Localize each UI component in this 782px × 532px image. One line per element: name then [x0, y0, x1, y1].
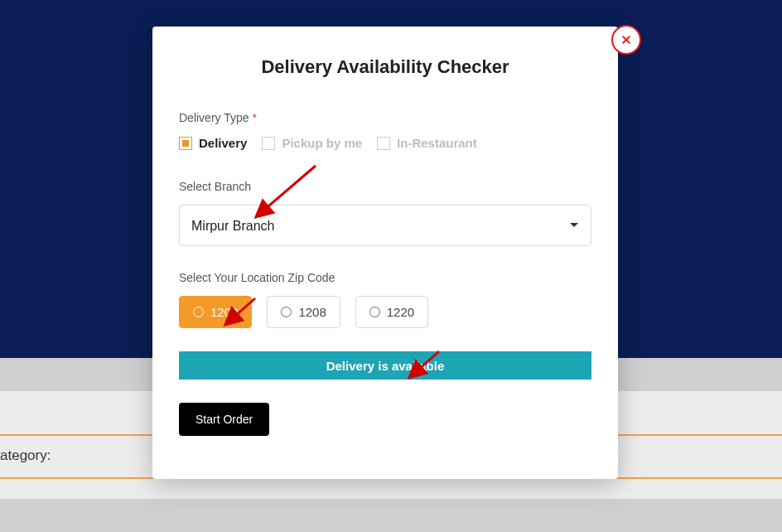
radio-icon [281, 307, 292, 317]
checkbox-icon [262, 137, 275, 150]
zip-code-options: 1200 1208 1220 [179, 296, 591, 328]
zip-option-1220[interactable]: 1220 [355, 296, 428, 328]
zip-option-label: 1208 [298, 305, 326, 319]
branch-select-label: Select Branch [179, 180, 591, 193]
branch-select[interactable]: Mirpur Branch [179, 205, 591, 246]
delivery-type-label: Delivery Type * [179, 111, 591, 124]
availability-checker-modal: Delivery Availability Checker Delivery T… [152, 27, 618, 479]
delivery-type-option-delivery[interactable]: Delivery [179, 136, 247, 150]
delivery-type-option-pickup[interactable]: Pickup by me [262, 136, 362, 150]
delivery-type-label-text: Delivery Type [179, 111, 249, 124]
required-star: * [252, 111, 256, 124]
zip-code-label: Select Your Location Zip Code [179, 271, 591, 284]
option-label: Delivery [199, 136, 247, 150]
option-label: Pickup by me [282, 136, 362, 150]
modal-title: Delivery Availability Checker [152, 27, 618, 78]
close-button[interactable] [611, 25, 641, 55]
modal-overlay: Delivery Availability Checker Delivery T… [0, 0, 782, 532]
zip-option-label: 1200 [210, 305, 238, 319]
start-order-button[interactable]: Start Order [179, 403, 269, 436]
radio-icon [193, 307, 204, 317]
option-label: In-Restaurant [397, 136, 477, 150]
checkbox-icon [179, 137, 192, 150]
availability-status-bar: Delivery is available [179, 351, 591, 380]
zip-option-1200[interactable]: 1200 [179, 296, 252, 328]
checkbox-icon [377, 137, 390, 150]
zip-option-label: 1220 [387, 305, 414, 319]
close-icon [619, 32, 634, 47]
zip-option-1208[interactable]: 1208 [267, 296, 340, 328]
delivery-type-options: Delivery Pickup by me In-Restaurant [179, 136, 591, 150]
radio-icon [369, 307, 380, 317]
delivery-type-option-in-restaurant[interactable]: In-Restaurant [377, 136, 477, 150]
